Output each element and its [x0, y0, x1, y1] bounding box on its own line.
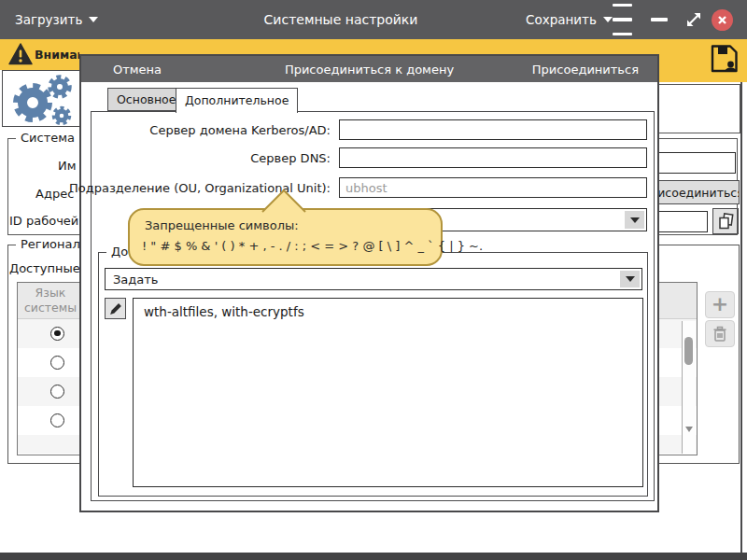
- tab-advanced[interactable]: Дополнительное: [176, 88, 298, 113]
- language-radio[interactable]: [50, 385, 64, 399]
- advanced-group-fieldset: До Задать wth-altfiles, with-ecryptfs: [98, 252, 648, 497]
- expand-icon: [684, 10, 703, 29]
- hamburger-menu-button[interactable]: [613, 0, 632, 39]
- combo-arrow-button[interactable]: [620, 271, 640, 287]
- app-window: Загрузить Системные настройки Сохранить: [0, 0, 747, 560]
- forbidden-symbols-tooltip: Запрещенные символы: ! " # $ % & ' ( ) *…: [128, 208, 443, 266]
- scroll-thumb[interactable]: [684, 337, 693, 365]
- join-button[interactable]: Присоединиться: [532, 56, 639, 82]
- bottom-bar: [0, 553, 747, 560]
- gears-icon: [10, 74, 76, 126]
- dns-label: Сервер DNS:: [250, 151, 331, 165]
- triangle-down-icon: [685, 427, 693, 450]
- pencil-icon: [109, 302, 122, 315]
- ou-input[interactable]: [339, 177, 647, 198]
- action-select[interactable]: Задать: [105, 268, 642, 290]
- trash-icon: [712, 326, 727, 343]
- dialog-header: Отмена Присоединиться к домену Присоедин…: [81, 56, 657, 82]
- warning-icon: [8, 43, 33, 65]
- delete-language-button[interactable]: [705, 320, 735, 347]
- scroll-down-button[interactable]: [685, 432, 693, 450]
- warning-banner-right: [654, 39, 747, 82]
- add-language-button[interactable]: +: [705, 291, 735, 318]
- join-domain-dialog: Отмена Присоединиться к домену Присоедин…: [79, 54, 659, 512]
- join-domain-button-fragment[interactable]: рисоединиться: [655, 180, 740, 204]
- language-column-header: Язык системы: [18, 286, 83, 315]
- close-icon: [717, 15, 727, 25]
- language-radio[interactable]: [50, 327, 64, 341]
- action-select-value: Задать: [113, 273, 159, 287]
- tab-basic[interactable]: Основное: [107, 88, 185, 111]
- minimize-icon: [651, 18, 668, 21]
- kerberos-label: Сервер домена Kerberos/AD:: [149, 123, 331, 137]
- minimize-button[interactable]: [651, 0, 668, 39]
- language-radio[interactable]: [50, 413, 64, 427]
- save-menu-label: Сохранить: [526, 12, 597, 27]
- packages-textarea[interactable]: wth-altfiles, with-ecryptfs: [133, 298, 643, 487]
- workstation-id-label-fragment: ID рабочей: [9, 214, 78, 228]
- edit-button[interactable]: [105, 298, 126, 319]
- system-fieldset-legend: Система: [16, 131, 79, 145]
- app-logo-box: [2, 70, 81, 127]
- chevron-down-icon: [626, 276, 635, 282]
- bg-panel-fragment: [654, 84, 740, 133]
- language-radio[interactable]: [50, 356, 64, 370]
- table-scrollbar[interactable]: [682, 321, 696, 454]
- plus-icon: +: [712, 294, 728, 315]
- tooltip-symbols: ! " # $ % & ' ( ) * + , - . / : ; < = > …: [142, 239, 483, 253]
- chevron-down-icon: [630, 217, 640, 223]
- computer-name-label-fragment: Им: [58, 159, 77, 173]
- dns-input[interactable]: [339, 147, 647, 168]
- close-button[interactable]: [712, 0, 733, 39]
- fullscreen-button[interactable]: [684, 0, 703, 39]
- combo-arrow-button[interactable]: [625, 211, 644, 229]
- tooltip-title: Запрещенные символы:: [145, 218, 299, 232]
- window-right-border: [740, 82, 742, 553]
- save-menu-button[interactable]: Сохранить: [526, 0, 613, 39]
- tooltip-pointer-icon: [260, 188, 308, 213]
- menu-icon: [613, 4, 632, 7]
- warning-text: Внимани: [35, 39, 79, 70]
- save-file-icon[interactable]: [710, 44, 739, 74]
- chevron-down-icon: [603, 17, 613, 22]
- kerberos-input[interactable]: [339, 119, 647, 140]
- title-bar: Загрузить Системные настройки Сохранить: [0, 0, 747, 39]
